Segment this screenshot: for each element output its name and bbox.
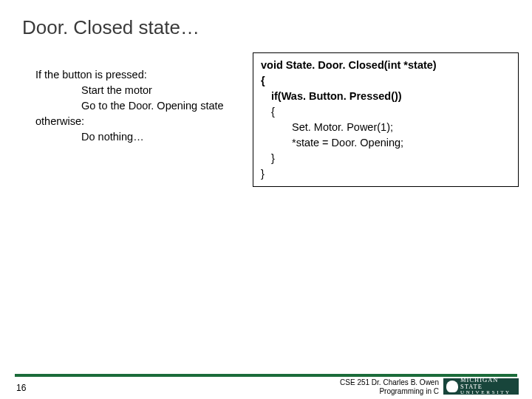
footer-course-sub: Programming in C [379,387,439,395]
msu-logo-top: MICHIGAN STATE [460,377,519,390]
code-line: Set. Motor. Power(1); [261,120,511,135]
footer-divider [15,374,517,377]
msu-logo-bottom: U N I V E R S I T Y [460,390,519,395]
code-line: *state = Door. Opening; [261,135,511,151]
code-line: { [261,75,265,86]
slide: Door. Closed state… If the button is pre… [0,0,532,399]
code-line: } [261,151,511,166]
msu-logo-text: MICHIGAN STATE U N I V E R S I T Y [460,377,519,395]
msu-logo: MICHIGAN STATE U N I V E R S I T Y [443,378,519,395]
code-box: void State. Door. Closed(int *state) { i… [253,52,519,187]
footer-course: CSE 251 Dr. Charles B. Owen [340,378,439,386]
content-area: If the button is pressed: Start the moto… [22,52,510,171]
pseudo-line: If the button is pressed: [35,69,147,81]
footer-attribution: CSE 251 Dr. Charles B. Owen Programming … [340,378,439,396]
spartan-helmet-icon [446,381,458,392]
code-line: void State. Door. Closed(int *state) [261,59,437,71]
pseudocode-block: If the button is pressed: Start the moto… [35,67,224,145]
pseudo-line: Do nothing… [35,129,224,145]
pseudo-line: Start the motor [35,83,224,98]
code-line: { [261,104,511,120]
code-line: } [261,168,265,180]
pseudo-line: otherwise: [35,115,84,127]
pseudo-line: Go to the Door. Opening state [35,98,224,114]
page-number: 16 [16,383,26,393]
code-line: if(Was. Button. Pressed()) [261,89,511,104]
slide-title: Door. Closed state… [22,16,510,39]
